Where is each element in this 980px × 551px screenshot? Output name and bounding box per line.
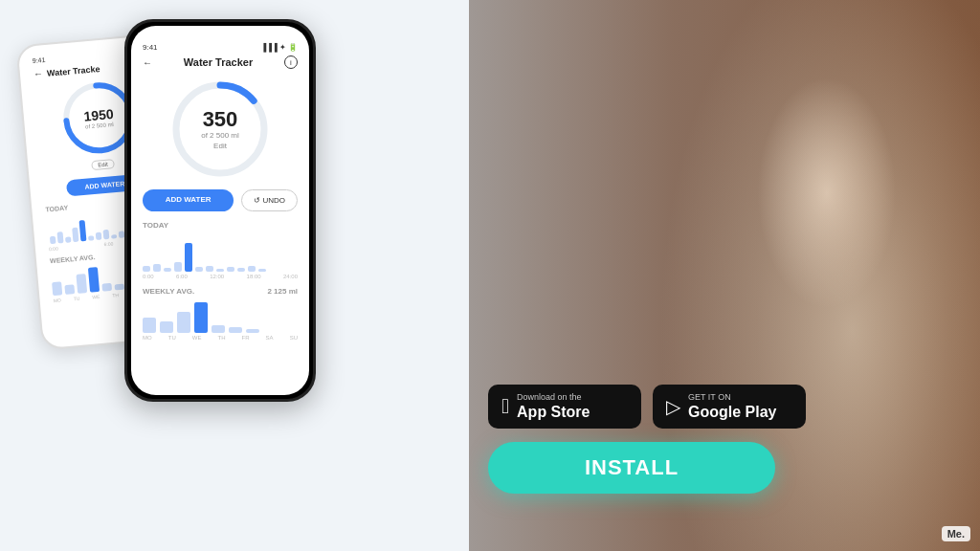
front-today-section: TODAY [143, 221, 298, 279]
bar-f-item [195, 267, 203, 272]
google-play-main-text: Google Play [688, 403, 776, 421]
bar-item [72, 228, 78, 242]
bar-f-item [216, 269, 224, 272]
front-time-labels: 0:00 6:00 12:00 18:00 24:00 [143, 274, 298, 279]
wbar-f-item [143, 318, 156, 333]
front-phone-screen: 9:41 ▐▐▐ ✦ 🔋 ← Water Tracker i 350 of 2 [131, 26, 309, 395]
bar-f-item [153, 264, 161, 272]
wbar-item [101, 283, 112, 292]
front-weekly-value: 2 125 ml [267, 287, 298, 296]
bar-f-item [237, 268, 245, 272]
google-play-pre-text: GET IT ON [688, 392, 776, 403]
wbar-f-item [229, 327, 242, 333]
bar-f-item [174, 262, 182, 272]
bar-item-active [79, 220, 87, 241]
front-weekly-section: WEEKLY AVG. 2 125 ml MO TU [143, 287, 298, 341]
wbar-f-item [246, 329, 259, 333]
wbar-item [64, 284, 75, 295]
front-back-icon[interactable]: ← [143, 57, 152, 68]
watermark-badge: Me. [942, 526, 970, 541]
bar-item [103, 230, 110, 239]
cta-area:  Download on the App Store ▷ GET IT ON … [488, 385, 961, 494]
wbar-item [52, 281, 62, 296]
bar-item [57, 231, 64, 243]
wbar-f-active [194, 302, 208, 333]
store-buttons:  Download on the App Store ▷ GET IT ON … [488, 385, 961, 429]
bar-f-item [227, 267, 234, 272]
front-amount: 350 [201, 108, 239, 131]
wbar-item [115, 284, 124, 291]
bar-f-item [248, 266, 256, 272]
front-weekly-bars [143, 299, 298, 333]
bar-item [96, 232, 102, 240]
front-weekly-header: WEEKLY AVG. 2 125 ml [143, 287, 298, 296]
back-phone-title: Water Tracke [47, 64, 100, 78]
install-button[interactable]: INSTALL [488, 442, 775, 494]
front-phone-title: Water Tracker [184, 56, 253, 68]
front-bar-chart [143, 233, 298, 272]
google-play-button[interactable]: ▷ GET IT ON Google Play [653, 385, 806, 429]
bar-f-item [164, 268, 171, 272]
bar-item [88, 235, 94, 241]
front-day-labels: MO TU WE TH FR SA SU [143, 335, 298, 341]
app-store-pre-text: Download on the [517, 392, 590, 403]
info-icon[interactable]: i [284, 55, 298, 69]
bar-item [65, 236, 72, 243]
front-today-label: TODAY [143, 221, 298, 230]
wbar-item-active [88, 267, 100, 293]
front-circle-chart: 350 of 2 500 ml Edit [167, 77, 273, 182]
apple-icon:  [501, 394, 509, 419]
app-store-main-text: App Store [517, 403, 590, 421]
google-play-icon: ▷ [666, 395, 680, 418]
right-panel:  Download on the App Store ▷ GET IT ON … [469, 0, 980, 551]
phone-front: 9:41 ▐▐▐ ✦ 🔋 ← Water Tracker i 350 of 2 [124, 19, 316, 402]
wbar-item [76, 274, 87, 294]
left-panel: 9:41 ▐▐ ✦ ← Water Tracke 1950 of 2 500 m… [0, 0, 469, 551]
front-edit[interactable]: Edit [201, 142, 239, 150]
back-status-time: 9:41 [33, 56, 46, 65]
app-store-text: Download on the App Store [517, 392, 590, 421]
bar-f-item [206, 266, 213, 272]
front-action-buttons: ADD WATER ↺ UNDO [143, 189, 298, 211]
wbar-f-item [177, 312, 190, 333]
app-store-button[interactable]:  Download on the App Store [488, 385, 641, 429]
front-status-time: 9:41 [143, 43, 158, 52]
back-button-icon: ← [33, 68, 44, 79]
bar-item [111, 234, 117, 239]
bar-f-active [185, 243, 192, 272]
front-undo-btn[interactable]: ↺ UNDO [241, 189, 298, 211]
bar-f-item [143, 266, 150, 272]
bar-f-item [258, 269, 266, 272]
front-weekly-label: WEEKLY AVG. [143, 287, 194, 296]
front-sub: of 2 500 ml [201, 131, 239, 140]
front-add-water-btn[interactable]: ADD WATER [143, 189, 234, 211]
wbar-f-item [212, 325, 225, 333]
wbar-f-item [160, 321, 173, 333]
bar-item [50, 236, 56, 244]
front-status-icons: ▐▐▐ ✦ 🔋 [261, 43, 298, 52]
google-play-text: GET IT ON Google Play [688, 392, 776, 421]
back-edit-btn[interactable]: Edit [91, 159, 115, 170]
